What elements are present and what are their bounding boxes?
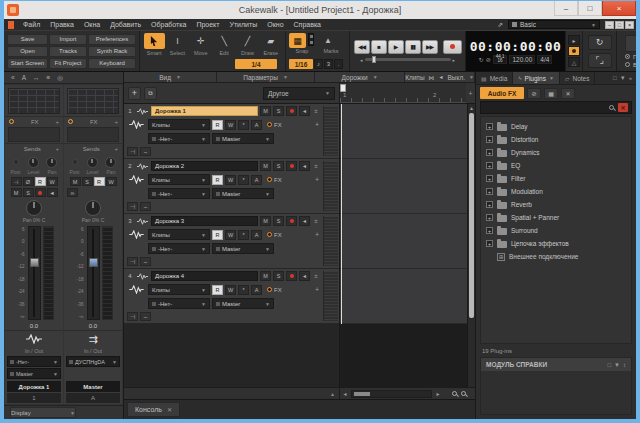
menu-help[interactable]: Справка [289,21,326,28]
menu-window[interactable]: Окно [262,21,288,28]
track-name[interactable]: Дорожка 4 [151,271,258,281]
send-pan-knob[interactable] [105,157,116,168]
slider-thumb[interactable] [372,56,376,63]
go-end-icon[interactable]: ▸ [453,57,456,63]
menu-icon[interactable]: ≡ [46,74,50,81]
console-tab[interactable]: Консоль ✕ [127,402,180,417]
tracks-menu[interactable]: Дорожки▼ [315,72,405,82]
vertical-scrollbar[interactable]: ▲ [467,104,475,387]
tree-folder[interactable]: +Surround [481,224,631,237]
automation-icon[interactable]: ⊣ [127,147,138,156]
send-level-knob[interactable] [87,157,98,168]
menu-utilities[interactable]: Утилиты [224,21,262,28]
arm-button[interactable] [286,161,297,171]
fx-rack[interactable]: FX [267,232,282,238]
output-select[interactable]: Master▼ [7,368,61,379]
auto-lock-icon[interactable]: A [22,74,26,81]
read-button[interactable]: R [212,285,223,295]
tree-folder[interactable]: +Delay [481,120,631,133]
eq-plot[interactable] [67,88,119,114]
input-echo-button[interactable]: ◄ [299,216,310,226]
auto-play-button[interactable]: ▸ [568,35,580,45]
scrollbar-thumb[interactable] [354,392,370,396]
arm-button[interactable] [286,106,297,116]
punch-button[interactable]: ⌜⌟ [588,53,612,68]
output-select[interactable]: ДУСПНgDA▼ [66,356,120,367]
expand-icon[interactable]: ± [312,273,320,279]
collapse-all-icon[interactable]: ▲ [330,391,335,397]
take-lanes-icon[interactable]: ~ [140,312,151,321]
add-send-icon[interactable]: + [114,146,118,152]
tree-folder[interactable]: +Modulation [481,185,631,198]
mute-button[interactable]: M [260,106,271,116]
expand-icon[interactable]: ± [312,218,320,224]
take-lanes-icon[interactable]: ~ [140,202,151,211]
fast-forward-button[interactable]: ▶▶ [422,40,438,54]
close-tab-icon[interactable]: ✕ [167,406,172,413]
snap-resolution-chip[interactable]: 1/16 [289,59,313,69]
input-select[interactable]: -Нет-▼ [148,298,210,309]
add-send-icon[interactable]: + [55,146,59,152]
fx-settings-icon[interactable]: ⊘ [527,88,541,99]
clip-lane[interactable] [340,214,467,269]
chevron-down-icon[interactable]: ▼ [614,362,620,368]
tree-folder[interactable]: +Цепочка эффектов [481,237,631,250]
input-select[interactable]: -Нет-▼ [148,188,210,199]
maximize-button[interactable]: □ [578,1,602,16]
arm-button[interactable] [286,216,297,226]
metronome-button[interactable]: △ [568,57,580,67]
tab-notes[interactable]: ▱Notes [560,72,596,84]
audio-fx-button[interactable]: Audio FX [480,87,524,99]
freeze-icon[interactable]: * [238,120,249,130]
add-fx-icon[interactable]: + [55,119,59,125]
add-fx-icon[interactable]: + [114,119,118,125]
input-select[interactable]: -Нет-▼ [7,356,61,367]
mdi-close-button[interactable]: × [625,21,634,29]
expand-plus-icon[interactable]: + [486,175,493,182]
input-select[interactable]: -Нет-▼ [148,243,210,254]
stop-button[interactable]: ■ [371,40,387,54]
tree-folder[interactable]: +Spatial + Panner [481,211,631,224]
solo-button[interactable]: S [273,216,284,226]
read-button[interactable]: R [212,120,223,130]
read-button[interactable]: R [94,177,105,186]
write-button[interactable]: W [47,177,58,186]
scrollbar-thumb[interactable] [469,113,474,318]
solo-button[interactable]: S [273,106,284,116]
output-select[interactable]: Master▼ [212,243,274,254]
track-row[interactable]: 3 Дорожка 3 M S ◄ ± Кли [124,214,339,269]
volume-fader[interactable] [87,226,100,320]
tree-folder[interactable]: +Reverb [481,198,631,211]
expand-arrow-icon[interactable]: ⇗ [497,21,503,29]
archive-button[interactable]: A [251,120,262,130]
mute-button[interactable]: M [70,177,81,186]
archive-button[interactable]: A [251,175,262,185]
preferences-button[interactable]: Preferences [88,34,136,45]
solo-button[interactable]: S [273,271,284,281]
fader-handle[interactable] [30,258,39,267]
export-project-radio[interactable]: Проект [625,54,636,60]
tab-media[interactable]: ▤Media [476,72,513,84]
fit-project-button[interactable]: Fit Project [49,58,87,69]
menu-edit[interactable]: Правка [45,21,79,28]
input-echo-button[interactable]: ◄ [299,271,310,281]
edit-filter-select[interactable]: Клипы▼ [148,284,210,295]
track-row[interactable]: 2 Дорожка 2 M S ◄ ± Кли [124,159,339,214]
clear-search-button[interactable]: ✕ [618,103,628,112]
dock-icon[interactable]: □ [607,362,611,368]
tool-move[interactable]: ✛ Move [190,33,212,69]
solo-button[interactable]: S [23,188,34,197]
menu-insert[interactable]: Добавить [105,21,146,28]
track-name[interactable]: Дорожка 1 [151,106,258,116]
pause-button[interactable]: ▮▮ [405,40,421,54]
tree-folder[interactable]: +Filter [481,172,631,185]
timeline-ruler[interactable]: 1 2 [340,83,466,103]
automation-icon[interactable]: ⊣ [127,202,138,211]
eq-plot[interactable] [8,88,60,114]
add-fx-icon[interactable]: + [315,286,320,293]
send-pan-knob[interactable] [46,157,57,168]
add-lane-icon[interactable]: + [466,83,475,103]
fx-bin[interactable] [8,127,60,142]
add-track-button[interactable]: + [128,87,141,100]
input-echo-button[interactable]: ◄ [299,106,310,116]
